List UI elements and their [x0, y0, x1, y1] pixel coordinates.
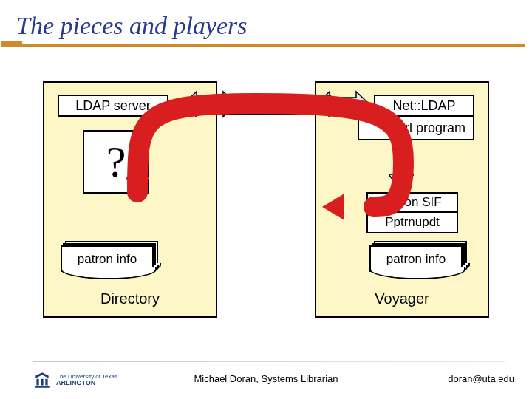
doc-patron-info-left: patron info [61, 245, 154, 273]
footer-email: doran@uta.edu [448, 373, 514, 384]
caption-voyager: Voyager [316, 290, 488, 307]
box-perl-program: Perl program [358, 117, 474, 140]
box-question-mark: ? [83, 130, 149, 194]
title-rule [1, 44, 525, 47]
footer-rule [33, 361, 505, 362]
box-pptrnupdt: Pptrnupdt [366, 213, 458, 233]
arrow-down-icon [389, 142, 414, 191]
svg-marker-2 [389, 142, 414, 191]
box-net-ldap: Net::LDAP [374, 95, 474, 117]
box-ldap-protocol: LDAP Protocol [222, 95, 331, 115]
doc-label-left: patron info [61, 245, 154, 273]
slide-title: The pieces and players [16, 12, 248, 44]
doc-label-right: patron info [369, 245, 463, 273]
box-ldap-server: LDAP server [58, 95, 168, 117]
diagram: LDAP server ? patron info Directory Net:… [43, 81, 489, 324]
doc-patron-info-right: patron info [369, 245, 463, 273]
box-patron-sif: patron SIF [366, 192, 458, 213]
caption-directory: Directory [44, 290, 216, 307]
